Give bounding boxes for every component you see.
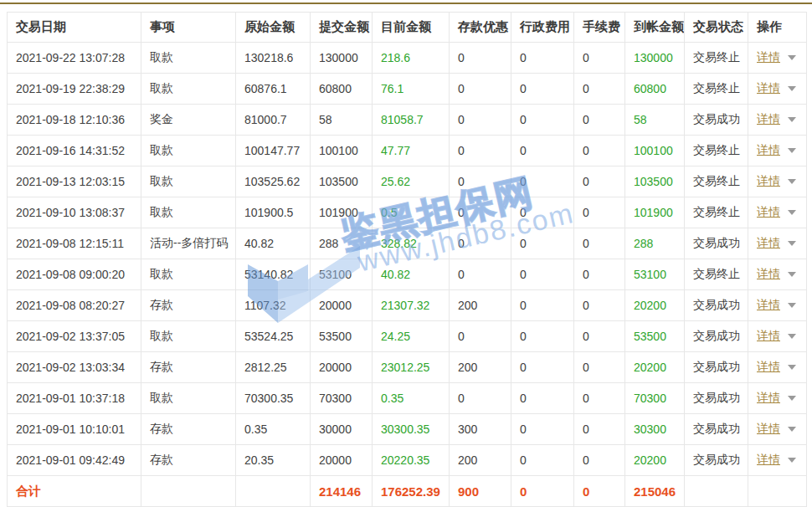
chevron-down-icon[interactable] (788, 117, 796, 122)
cell-fee: 0 (574, 197, 625, 228)
table-row: 2021-09-10 13:08:37取款101900.51019000.500… (8, 197, 807, 228)
cell-bonus: 0 (450, 383, 511, 414)
cell-bonus: 200 (450, 352, 511, 383)
chevron-down-icon[interactable] (788, 148, 796, 153)
chevron-down-icon[interactable] (788, 241, 796, 246)
cell-action: 详情 (748, 43, 807, 74)
cell-current: 0.35 (373, 383, 450, 414)
cell-arrival: 103500 (625, 166, 685, 197)
cell-action: 详情 (748, 136, 807, 166)
cell-admin_fee: 0 (511, 445, 574, 476)
cell-current: 0.5 (373, 197, 450, 228)
cell-status: 交易成功 (685, 414, 748, 445)
detail-link[interactable]: 详情 (757, 360, 780, 373)
chevron-down-icon[interactable] (788, 396, 796, 401)
chevron-down-icon[interactable] (788, 365, 796, 370)
total-bonus: 900 (450, 476, 511, 507)
total-status (685, 476, 748, 507)
detail-link[interactable]: 详情 (757, 112, 780, 125)
chevron-down-icon[interactable] (788, 458, 796, 463)
chevron-down-icon[interactable] (788, 86, 796, 91)
cell-fee: 0 (574, 136, 625, 166)
cell-current: 328.82 (373, 228, 450, 259)
cell-current: 30300.35 (373, 414, 450, 445)
cell-fee: 0 (574, 290, 625, 321)
cell-admin_fee: 0 (511, 321, 574, 352)
detail-link[interactable]: 详情 (757, 143, 780, 156)
cell-current: 21307.32 (373, 290, 450, 321)
cell-date: 2021-09-01 10:37:18 (8, 383, 141, 414)
cell-bonus: 0 (450, 321, 511, 352)
cell-date: 2021-09-08 09:00:20 (8, 259, 141, 290)
cell-arrival: 70300 (625, 383, 685, 414)
cell-status: 交易终止 (685, 43, 748, 74)
column-header-admin_fee: 行政费用 (511, 13, 574, 43)
cell-item: 存款 (141, 445, 236, 476)
total-admin-fee: 0 (511, 476, 574, 507)
cell-arrival: 101900 (625, 197, 685, 228)
chevron-down-icon[interactable] (788, 303, 796, 308)
chevron-down-icon[interactable] (788, 210, 796, 215)
chevron-down-icon[interactable] (788, 427, 796, 432)
cell-admin_fee: 0 (511, 74, 574, 105)
cell-item: 奖金 (141, 105, 236, 136)
column-header-bonus: 存款优惠 (450, 13, 511, 43)
table-row: 2021-09-22 13:07:28取款130218.6130000218.6… (8, 43, 807, 74)
cell-arrival: 53500 (625, 321, 685, 352)
cell-submitted: 130000 (311, 43, 373, 74)
cell-action: 详情 (748, 383, 807, 414)
cell-action: 详情 (748, 197, 807, 228)
detail-link[interactable]: 详情 (757, 298, 780, 311)
cell-current: 24.25 (373, 321, 450, 352)
cell-admin_fee: 0 (511, 383, 574, 414)
cell-submitted: 100100 (311, 136, 373, 166)
cell-status: 交易成功 (685, 383, 748, 414)
detail-link[interactable]: 详情 (757, 391, 780, 404)
cell-item: 取款 (141, 383, 236, 414)
cell-action: 详情 (748, 321, 807, 352)
column-header-current: 目前金额 (373, 13, 450, 43)
cell-date: 2021-09-18 12:10:36 (8, 105, 141, 136)
cell-admin_fee: 0 (511, 105, 574, 136)
detail-link[interactable]: 详情 (757, 329, 780, 342)
cell-original: 20.35 (236, 445, 311, 476)
cell-current: 40.82 (373, 259, 450, 290)
detail-link[interactable]: 详情 (757, 174, 780, 187)
detail-link[interactable]: 详情 (757, 422, 780, 435)
total-item (141, 476, 236, 507)
column-header-original: 原始金额 (236, 13, 311, 43)
cell-original: 100147.77 (236, 136, 311, 166)
table-row: 2021-09-13 12:03:15取款103525.6210350025.6… (8, 166, 807, 197)
cell-original: 60876.1 (236, 74, 311, 105)
cell-submitted: 70300 (311, 383, 373, 414)
cell-bonus: 0 (450, 136, 511, 166)
cell-action: 详情 (748, 166, 807, 197)
table-row: 2021-09-02 13:03:34存款2812.252000023012.2… (8, 352, 807, 383)
detail-link[interactable]: 详情 (757, 267, 780, 280)
total-action (748, 476, 807, 507)
detail-link[interactable]: 详情 (757, 236, 780, 249)
cell-item: 取款 (141, 43, 236, 74)
detail-link[interactable]: 详情 (757, 81, 780, 95)
column-header-action: 操作 (748, 13, 807, 43)
cell-admin_fee: 0 (511, 259, 574, 290)
cell-current: 76.1 (373, 74, 450, 105)
cell-item: 取款 (141, 321, 236, 352)
detail-link[interactable]: 详情 (757, 205, 780, 218)
cell-status: 交易终止 (685, 197, 748, 228)
column-header-status: 交易状态 (685, 13, 748, 43)
chevron-down-icon[interactable] (788, 55, 796, 60)
cell-arrival: 20200 (625, 290, 685, 321)
chevron-down-icon[interactable] (788, 334, 796, 339)
cell-bonus: 0 (450, 197, 511, 228)
chevron-down-icon[interactable] (788, 179, 796, 184)
cell-submitted: 30000 (311, 414, 373, 445)
column-header-item: 事项 (141, 13, 236, 43)
table-row: 2021-09-16 14:31:52取款100147.7710010047.7… (8, 136, 807, 166)
cell-item: 存款 (141, 290, 236, 321)
cell-status: 交易终止 (685, 166, 748, 197)
chevron-down-icon[interactable] (788, 272, 796, 277)
detail-link[interactable]: 详情 (757, 453, 780, 466)
detail-link[interactable]: 详情 (757, 50, 780, 64)
cell-arrival: 20200 (625, 352, 685, 383)
